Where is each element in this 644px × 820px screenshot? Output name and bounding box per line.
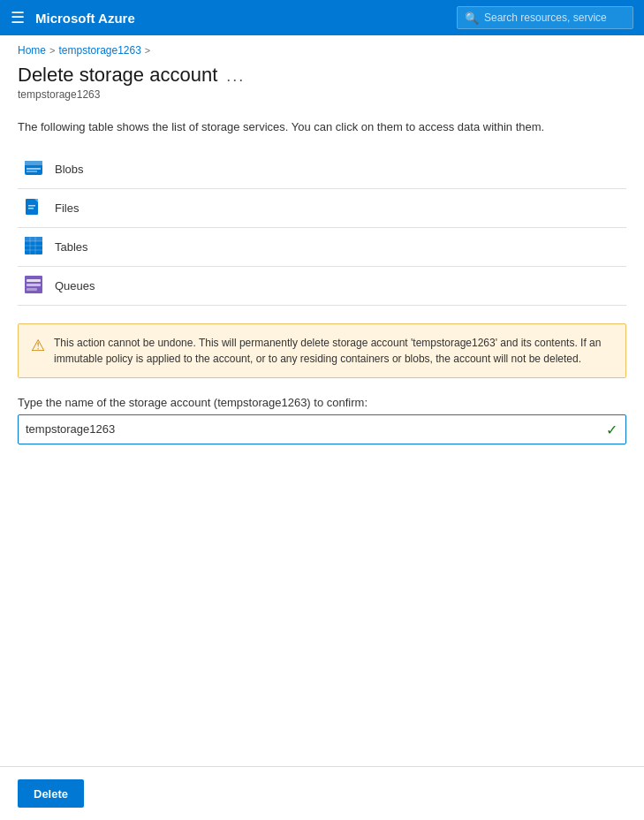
svg-rect-6 [28, 208, 34, 209]
service-row[interactable]: Files [18, 188, 626, 227]
tables-icon [18, 227, 49, 266]
service-name: Files [49, 188, 626, 227]
breadcrumb-sep-2: > [145, 45, 150, 56]
service-row[interactable]: Tables [18, 227, 626, 266]
delete-button[interactable]: Delete [18, 779, 84, 808]
confirm-input[interactable] [18, 414, 626, 444]
confirm-label: Type the name of the storage account (te… [18, 396, 626, 409]
top-nav: ☰ Microsoft Azure 🔍 Search resources, se… [0, 0, 644, 35]
main-content: The following table shows the list of st… [0, 104, 644, 766]
service-name: Blobs [49, 150, 626, 189]
page-subtitle: tempstorage1263 [18, 88, 626, 101]
hamburger-icon[interactable]: ☰ [11, 8, 25, 27]
svg-rect-2 [27, 168, 41, 170]
svg-rect-16 [27, 284, 41, 286]
services-table: Blobs Files Tables Queues [18, 150, 626, 306]
breadcrumb-sep-1: > [49, 45, 55, 56]
files-icon [18, 188, 49, 227]
svg-rect-5 [28, 205, 35, 207]
svg-rect-3 [27, 171, 37, 172]
service-name: Tables [49, 227, 626, 266]
warning-icon: ⚠ [31, 336, 45, 367]
breadcrumb-storage[interactable]: tempstorage1263 [58, 44, 140, 57]
service-row[interactable]: Queues [18, 266, 626, 305]
warning-box: ⚠ This action cannot be undone. This wil… [18, 323, 626, 378]
description-text: The following table shows the list of st… [18, 118, 626, 136]
footer: Delete [0, 766, 644, 820]
svg-rect-17 [27, 288, 37, 291]
page-title: Delete storage account [18, 64, 217, 87]
warning-text: This action cannot be undone. This will … [54, 335, 613, 367]
page-header: Delete storage account ... tempstorage12… [0, 60, 644, 104]
svg-rect-8 [25, 237, 42, 241]
svg-rect-1 [25, 161, 42, 165]
service-row[interactable]: Blobs [18, 150, 626, 189]
breadcrumb: Home > tempstorage1263 > [0, 35, 644, 60]
search-icon: 🔍 [465, 11, 479, 25]
app-title: Microsoft Azure [35, 11, 446, 26]
service-name: Queues [49, 266, 626, 305]
queues-icon [18, 266, 49, 305]
svg-rect-15 [27, 279, 41, 282]
more-options-button[interactable]: ... [226, 66, 245, 84]
search-bar[interactable]: 🔍 Search resources, service [457, 6, 633, 29]
confirm-input-wrapper: ✓ [18, 414, 626, 444]
blob-icon [18, 150, 49, 189]
confirm-section: Type the name of the storage account (te… [18, 396, 626, 444]
search-placeholder: Search resources, service [484, 11, 607, 24]
checkmark-icon: ✓ [606, 421, 617, 437]
breadcrumb-home[interactable]: Home [18, 44, 46, 57]
